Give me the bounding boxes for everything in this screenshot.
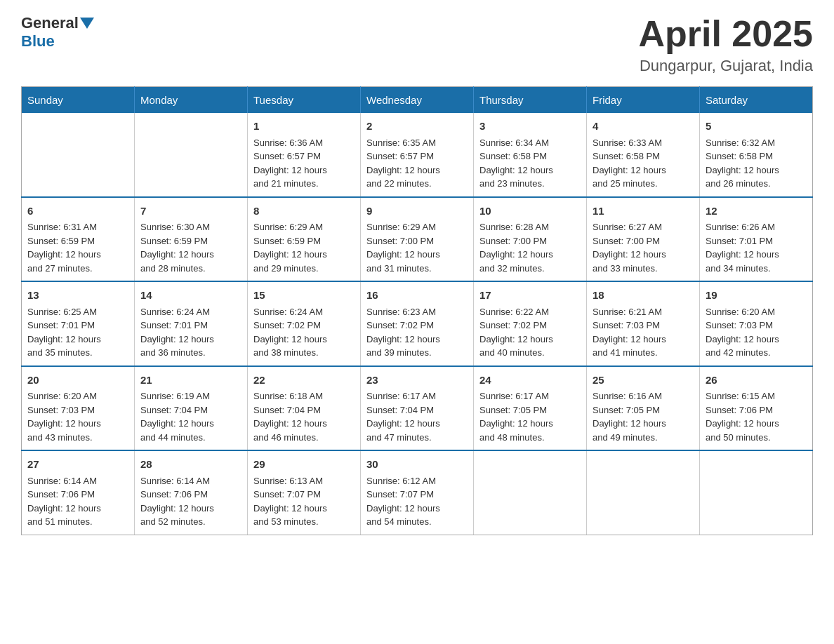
- day-info: Sunrise: 6:29 AM Sunset: 6:59 PM Dayligh…: [253, 220, 355, 275]
- logo-blue-text: Blue: [21, 32, 55, 50]
- day-info: Sunrise: 6:28 AM Sunset: 7:00 PM Dayligh…: [479, 220, 581, 275]
- day-info: Sunrise: 6:32 AM Sunset: 6:58 PM Dayligh…: [706, 136, 807, 191]
- calendar-cell: 4Sunrise: 6:33 AM Sunset: 6:58 PM Daylig…: [587, 113, 700, 197]
- day-number: 25: [593, 373, 694, 389]
- day-number: 26: [706, 373, 807, 389]
- calendar-cell: 25Sunrise: 6:16 AM Sunset: 7:05 PM Dayli…: [587, 366, 700, 451]
- calendar-cell: 29Sunrise: 6:13 AM Sunset: 7:07 PM Dayli…: [248, 450, 361, 535]
- calendar-week-row: 13Sunrise: 6:25 AM Sunset: 7:01 PM Dayli…: [22, 281, 813, 366]
- day-number: 10: [479, 203, 581, 220]
- calendar-cell: 16Sunrise: 6:23 AM Sunset: 7:02 PM Dayli…: [361, 281, 474, 366]
- calendar-cell: 3Sunrise: 6:34 AM Sunset: 6:58 PM Daylig…: [474, 113, 587, 197]
- calendar-cell: 9Sunrise: 6:29 AM Sunset: 7:00 PM Daylig…: [361, 197, 474, 282]
- day-of-week-header: Monday: [135, 87, 248, 114]
- title-area: April 2025 Dungarpur, Gujarat, India: [638, 14, 813, 75]
- calendar-cell: 18Sunrise: 6:21 AM Sunset: 7:03 PM Dayli…: [587, 281, 700, 366]
- day-number: 16: [366, 288, 468, 304]
- day-number: 1: [253, 119, 355, 135]
- day-info: Sunrise: 6:13 AM Sunset: 7:07 PM Dayligh…: [253, 474, 355, 529]
- day-of-week-header: Sunday: [22, 87, 135, 114]
- calendar-cell: 24Sunrise: 6:17 AM Sunset: 7:05 PM Dayli…: [474, 366, 587, 451]
- day-info: Sunrise: 6:20 AM Sunset: 7:03 PM Dayligh…: [27, 389, 128, 444]
- calendar-cell: [587, 450, 700, 535]
- days-of-week-row: SundayMondayTuesdayWednesdayThursdayFrid…: [22, 87, 813, 114]
- calendar-cell: 30Sunrise: 6:12 AM Sunset: 7:07 PM Dayli…: [361, 450, 474, 535]
- calendar-table: SundayMondayTuesdayWednesdayThursdayFrid…: [21, 86, 813, 535]
- day-number: 27: [27, 457, 128, 473]
- day-number: 28: [140, 457, 241, 473]
- day-info: Sunrise: 6:14 AM Sunset: 7:06 PM Dayligh…: [27, 474, 128, 529]
- day-of-week-header: Saturday: [700, 87, 813, 114]
- day-info: Sunrise: 6:27 AM Sunset: 7:00 PM Dayligh…: [593, 220, 694, 275]
- day-info: Sunrise: 6:18 AM Sunset: 7:04 PM Dayligh…: [253, 389, 355, 444]
- calendar-cell: 27Sunrise: 6:14 AM Sunset: 7:06 PM Dayli…: [22, 450, 135, 535]
- day-number: 2: [366, 119, 468, 135]
- day-number: 4: [593, 119, 694, 135]
- day-info: Sunrise: 6:22 AM Sunset: 7:02 PM Dayligh…: [479, 305, 581, 360]
- calendar-body: 1Sunrise: 6:36 AM Sunset: 6:57 PM Daylig…: [22, 113, 813, 535]
- day-number: 3: [479, 119, 581, 135]
- day-of-week-header: Thursday: [474, 87, 587, 114]
- calendar-cell: 17Sunrise: 6:22 AM Sunset: 7:02 PM Dayli…: [474, 281, 587, 366]
- day-info: Sunrise: 6:24 AM Sunset: 7:01 PM Dayligh…: [140, 305, 241, 360]
- day-number: 6: [27, 203, 128, 220]
- day-of-week-header: Friday: [587, 87, 700, 114]
- calendar-cell: 26Sunrise: 6:15 AM Sunset: 7:06 PM Dayli…: [700, 366, 813, 451]
- calendar-week-row: 1Sunrise: 6:36 AM Sunset: 6:57 PM Daylig…: [22, 113, 813, 197]
- calendar-cell: [700, 450, 813, 535]
- day-info: Sunrise: 6:29 AM Sunset: 7:00 PM Dayligh…: [366, 220, 468, 275]
- calendar-cell: 7Sunrise: 6:30 AM Sunset: 6:59 PM Daylig…: [135, 197, 248, 282]
- day-number: 5: [706, 119, 807, 135]
- day-info: Sunrise: 6:19 AM Sunset: 7:04 PM Dayligh…: [140, 389, 241, 444]
- calendar-cell: 14Sunrise: 6:24 AM Sunset: 7:01 PM Dayli…: [135, 281, 248, 366]
- logo: General Blue: [21, 14, 95, 51]
- calendar-cell: 11Sunrise: 6:27 AM Sunset: 7:00 PM Dayli…: [587, 197, 700, 282]
- calendar-cell: 12Sunrise: 6:26 AM Sunset: 7:01 PM Dayli…: [700, 197, 813, 282]
- day-number: 29: [253, 457, 355, 473]
- calendar-cell: 8Sunrise: 6:29 AM Sunset: 6:59 PM Daylig…: [248, 197, 361, 282]
- day-of-week-header: Tuesday: [248, 87, 361, 114]
- calendar-cell: [474, 450, 587, 535]
- day-info: Sunrise: 6:30 AM Sunset: 6:59 PM Dayligh…: [140, 220, 241, 275]
- logo-general-text: General: [21, 14, 79, 32]
- day-info: Sunrise: 6:17 AM Sunset: 7:04 PM Dayligh…: [366, 389, 468, 444]
- day-info: Sunrise: 6:25 AM Sunset: 7:01 PM Dayligh…: [27, 305, 128, 360]
- day-number: 21: [140, 373, 241, 389]
- calendar-cell: 13Sunrise: 6:25 AM Sunset: 7:01 PM Dayli…: [22, 281, 135, 366]
- calendar-week-row: 27Sunrise: 6:14 AM Sunset: 7:06 PM Dayli…: [22, 450, 813, 535]
- day-info: Sunrise: 6:14 AM Sunset: 7:06 PM Dayligh…: [140, 474, 241, 529]
- month-title: April 2025: [638, 14, 813, 54]
- day-info: Sunrise: 6:31 AM Sunset: 6:59 PM Dayligh…: [27, 220, 128, 275]
- day-number: 20: [27, 373, 128, 389]
- day-info: Sunrise: 6:35 AM Sunset: 6:57 PM Dayligh…: [366, 136, 468, 191]
- calendar-cell: 5Sunrise: 6:32 AM Sunset: 6:58 PM Daylig…: [700, 113, 813, 197]
- calendar-cell: 20Sunrise: 6:20 AM Sunset: 7:03 PM Dayli…: [22, 366, 135, 451]
- calendar-cell: 19Sunrise: 6:20 AM Sunset: 7:03 PM Dayli…: [700, 281, 813, 366]
- day-info: Sunrise: 6:24 AM Sunset: 7:02 PM Dayligh…: [253, 305, 355, 360]
- day-info: Sunrise: 6:34 AM Sunset: 6:58 PM Dayligh…: [479, 136, 581, 191]
- day-of-week-header: Wednesday: [361, 87, 474, 114]
- calendar-cell: 6Sunrise: 6:31 AM Sunset: 6:59 PM Daylig…: [22, 197, 135, 282]
- calendar-cell: 10Sunrise: 6:28 AM Sunset: 7:00 PM Dayli…: [474, 197, 587, 282]
- day-number: 9: [366, 203, 468, 220]
- calendar-cell: 21Sunrise: 6:19 AM Sunset: 7:04 PM Dayli…: [135, 366, 248, 451]
- day-info: Sunrise: 6:12 AM Sunset: 7:07 PM Dayligh…: [366, 474, 468, 529]
- calendar-cell: 23Sunrise: 6:17 AM Sunset: 7:04 PM Dayli…: [361, 366, 474, 451]
- calendar-cell: 2Sunrise: 6:35 AM Sunset: 6:57 PM Daylig…: [361, 113, 474, 197]
- day-number: 30: [366, 457, 468, 473]
- day-number: 11: [593, 203, 694, 220]
- day-number: 18: [593, 288, 694, 304]
- calendar-cell: 28Sunrise: 6:14 AM Sunset: 7:06 PM Dayli…: [135, 450, 248, 535]
- day-number: 8: [253, 203, 355, 220]
- day-info: Sunrise: 6:36 AM Sunset: 6:57 PM Dayligh…: [253, 136, 355, 191]
- day-number: 23: [366, 373, 468, 389]
- day-number: 24: [479, 373, 581, 389]
- day-number: 17: [479, 288, 581, 304]
- page-header: General Blue April 2025 Dungarpur, Gujar…: [21, 14, 813, 75]
- day-number: 14: [140, 288, 241, 304]
- calendar-cell: 1Sunrise: 6:36 AM Sunset: 6:57 PM Daylig…: [248, 113, 361, 197]
- calendar-header: SundayMondayTuesdayWednesdayThursdayFrid…: [22, 87, 813, 114]
- calendar-week-row: 6Sunrise: 6:31 AM Sunset: 6:59 PM Daylig…: [22, 197, 813, 282]
- day-number: 22: [253, 373, 355, 389]
- day-info: Sunrise: 6:26 AM Sunset: 7:01 PM Dayligh…: [706, 220, 807, 275]
